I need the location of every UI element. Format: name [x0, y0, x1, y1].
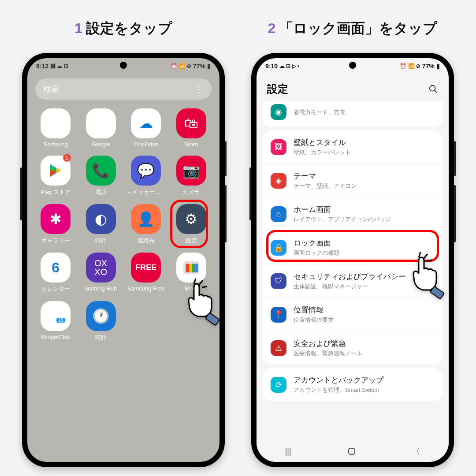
app-onedrive[interactable]: ☁ OneDrive: [126, 108, 167, 148]
lock-icon: 🔒: [271, 240, 286, 256]
app-play-store[interactable]: 1 Play ストア: [35, 156, 76, 196]
settings-item-home-screen[interactable]: ⌂ ホーム画面レイアウト、アプリアイコンのバッジ: [263, 197, 443, 231]
shield-icon: 🛡: [271, 273, 286, 289]
settings-title: 設定: [267, 82, 288, 96]
settings-item-wallpaper[interactable]: 🖼 壁紙とスタイル壁紙、カラーパレット: [263, 130, 443, 164]
wallpaper-icon: 🖼: [271, 139, 286, 155]
more-icon[interactable]: ⋮: [195, 84, 204, 94]
nav-bar: ||| 〈: [257, 441, 449, 462]
app-phone[interactable]: 📞 電話: [81, 156, 122, 196]
search-icon[interactable]: [428, 84, 438, 94]
emergency-icon: ⚠: [271, 340, 286, 356]
app-clock-2[interactable]: 🕐 時計: [81, 301, 122, 342]
app-widgetclub[interactable]: 15 WidgetClub: [35, 301, 76, 342]
app-plus-message[interactable]: 💬 ＋メッセージ(...: [126, 156, 167, 196]
svg-line-5: [435, 90, 437, 93]
theme-icon: ◈: [271, 173, 286, 189]
settings-item-safety[interactable]: ⚠ 安全および緊急医療情報、緊急速報メール: [263, 331, 443, 364]
notification-badge: 1: [63, 154, 71, 162]
battery-icon: ◉: [271, 104, 286, 120]
location-icon: 📍: [271, 307, 286, 323]
phone-frame-1: 9:12🖼 ☁ ⊡ ⏰ 📶 ⊘77%▮ 検索 ⋮ Samsung Googl: [22, 53, 225, 467]
home-icon: ⌂: [271, 206, 286, 222]
tap-hand-icon: [405, 251, 458, 310]
search-bar[interactable]: 検索 ⋮: [35, 78, 212, 100]
nav-home-icon[interactable]: [348, 448, 355, 455]
app-gaming-hub[interactable]: OX XO Gaming Hub: [81, 253, 122, 293]
app-gallery[interactable]: ✱ ギャラリー: [35, 204, 76, 245]
settings-item-theme[interactable]: ◈ テーマテーマ、壁紙、アイコン: [263, 164, 443, 197]
nav-back-icon[interactable]: 〈: [412, 446, 420, 457]
app-contacts[interactable]: 👤 連絡先: [126, 204, 167, 245]
svg-point-4: [430, 86, 435, 91]
app-samsung-free[interactable]: FREE Samsung Free: [126, 253, 167, 293]
gear-icon: ⚙: [176, 204, 206, 234]
app-samsung-folder[interactable]: Samsung: [35, 108, 76, 148]
app-store[interactable]: 🛍 Store: [171, 108, 212, 148]
tap-hand-icon: [181, 278, 234, 337]
step-2-heading: 2「ロック画面」をタップ: [247, 9, 458, 48]
app-clock[interactable]: ◐ 時計: [81, 204, 122, 245]
settings-item-battery[interactable]: ◉ 省電力モード、充電: [263, 101, 443, 127]
app-google-folder[interactable]: Google: [81, 108, 122, 148]
app-settings[interactable]: ⚙ 設定: [171, 204, 212, 245]
search-placeholder: 検索: [43, 84, 59, 94]
app-camera[interactable]: 📷 カメラ: [171, 156, 212, 196]
step-1-heading: 1設定をタップ: [18, 9, 229, 48]
app-calendar[interactable]: 6 カレンダー: [35, 253, 76, 293]
nav-recents-icon[interactable]: |||: [285, 447, 291, 456]
phone-frame-2: 9:10☁ ⊡ ▷ • ⏰ 📶 ⊘77%▮ 設定 ◉ 省電力モード、充電: [251, 53, 454, 467]
sync-icon: ⟳: [271, 377, 286, 393]
settings-item-account[interactable]: ⟳ アカウントとバックアップアカウントを管理、Smart Switch: [263, 368, 443, 401]
